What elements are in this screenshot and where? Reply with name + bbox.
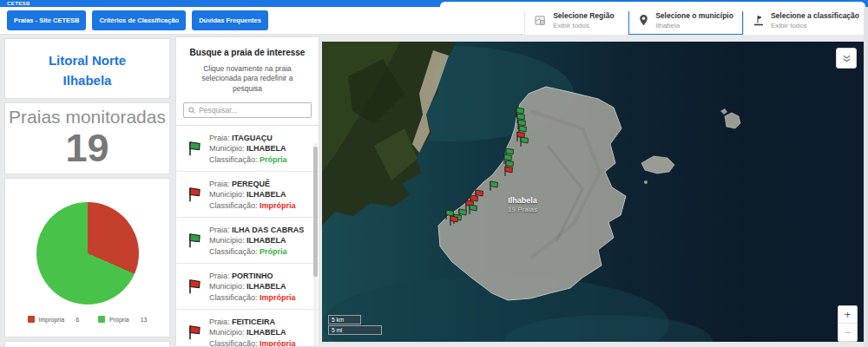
nav-button-1[interactable]: Critérios de Classificação — [92, 10, 186, 30]
filter-0-text: Selecione Região Exibir todos — [553, 11, 614, 29]
nav-button-0[interactable]: Praias - Site CETESB — [7, 10, 86, 30]
top-blue-bar: CETESB — [0, 0, 868, 7]
search-panel-title: Busque a praia de interesse — [176, 48, 319, 57]
legend-label: Própria — [109, 317, 129, 323]
map-pin-icon — [638, 14, 649, 27]
classification-icon — [753, 14, 765, 27]
zoom-out-button[interactable]: − — [838, 324, 857, 341]
map-canvas[interactable] — [322, 42, 864, 344]
beach-item-text: Praia: FEITICEIRA Municipio: ILHABELA Cl… — [209, 317, 296, 347]
filter-1-text: Selecione o município Ilhabela — [655, 11, 733, 29]
monitored-card: Praias monitoradas 19 — [4, 102, 170, 174]
filter-1-title: Selecione o município — [655, 11, 733, 20]
map-scale: 5 km 5 mi — [328, 314, 382, 335]
legend-swatch — [98, 316, 105, 323]
global-search-bar[interactable] — [440, 2, 865, 11]
search-panel-subtitle: Clique novamente na praia selecionada pa… — [187, 64, 308, 94]
beach-search-panel: Busque a praia de interesse Clique novam… — [175, 36, 319, 347]
beach-classification: Classificação: Própria — [209, 154, 287, 166]
islet — [644, 180, 648, 184]
beach-list-item-4[interactable]: Praia: FEITICEIRA Municipio: ILHABELA Cl… — [176, 310, 319, 347]
filter-0-title: Selecione Região — [553, 11, 614, 20]
classification-pie-card: Imprópria 6 Própria 13 — [4, 178, 170, 337]
search-icon — [188, 107, 195, 115]
beach-item-text: Praia: ITAGUAÇU Municipio: ILHABELA Clas… — [209, 133, 287, 166]
legend-count: 13 — [141, 317, 148, 323]
zoom-in-button[interactable]: + — [838, 306, 857, 324]
classification-pie-chart — [36, 202, 139, 304]
beach-name: Praia: ILHA DAS CABRAS — [209, 225, 304, 236]
beach-status-flag-icon — [187, 278, 202, 295]
beach-list-item-2[interactable]: Praia: ILHA DAS CABRAS Municipio: ILHABE… — [176, 218, 319, 264]
beach-classification: Classificação: Própria — [209, 246, 304, 258]
satellite-map[interactable]: Ilhabela 19 Praias + − 5 km 5 mi — [322, 42, 864, 344]
filter-2-value: Exibir todos — [771, 22, 859, 29]
filter-2-text: Selecione a classificação Exibir todos — [771, 11, 859, 29]
monitored-label: Praias monitoradas — [5, 107, 169, 128]
beach-item-text: Praia: PORTINHO Municipio: ILHABELA Clas… — [209, 271, 296, 304]
beach-classification: Classificação: Imprópria — [209, 338, 296, 347]
beach-item-text: Praia: PEREQUÊ Municipio: ILHABELA Class… — [209, 179, 296, 212]
map-collapse-button[interactable] — [836, 48, 857, 69]
summary-sidebar: Litoral Norte Ilhabela Praias monitorada… — [0, 35, 174, 347]
legend-label: Imprópria — [39, 317, 65, 323]
beach-classification: Classificação: Imprópria — [209, 292, 296, 304]
pie-legend: Imprópria 6 Própria 13 — [5, 316, 169, 323]
region-name: Litoral Norte — [5, 53, 169, 68]
nav-buttons: Praias - Site CETESBCritérios de Classif… — [7, 10, 268, 30]
beach-municipality: Municipio: ILHABELA — [209, 189, 296, 200]
next-update-card: Próxima Atualização: 30/04/2026 — [4, 341, 170, 347]
beach-municipality: Municipio: ILHABELA — [209, 235, 304, 246]
beach-name: Praia: ITAGUAÇU — [209, 133, 287, 144]
municipality-name: Ilhabela — [5, 73, 169, 88]
beach-list: Praia: ITAGUAÇU Municipio: ILHABELA Clas… — [176, 125, 319, 347]
map-zoom-control: + − — [838, 305, 858, 342]
beach-municipality: Municipio: ILHABELA — [209, 281, 296, 292]
filter-2-title: Selecione a classificação — [771, 11, 859, 20]
nav-button-2[interactable]: Dúvidas Frequentes — [192, 10, 268, 30]
beach-name: Praia: FEITICEIRA — [209, 317, 296, 328]
beach-item-text: Praia: ILHA DAS CABRAS Municipio: ILHABE… — [209, 225, 304, 258]
brand-logo: CETESB — [7, 1, 30, 6]
legend-swatch — [28, 316, 35, 323]
main-area: Litoral Norte Ilhabela Praias monitorada… — [0, 35, 868, 347]
filter-1-value: Ilhabela — [655, 22, 733, 29]
beach-municipality: Municipio: ILHABELA — [209, 143, 287, 154]
filter-0-value: Exibir todos — [553, 22, 614, 29]
legend-item-0: Imprópria 6 — [28, 316, 79, 323]
beach-list-item-0[interactable]: Praia: ITAGUAÇU Municipio: ILHABELA Clas… — [176, 126, 319, 172]
legend-count: 6 — [76, 317, 79, 323]
beach-list-item-3[interactable]: Praia: PORTINHO Municipio: ILHABELA Clas… — [176, 264, 319, 310]
scale-km: 5 km — [328, 315, 361, 324]
legend-item-1: Própria 13 — [98, 316, 147, 323]
list-scrollbar[interactable] — [313, 143, 318, 346]
beach-status-flag-icon — [187, 324, 202, 341]
double-chevron-down-icon — [842, 54, 852, 63]
beach-list-item-1[interactable]: Praia: PEREQUÊ Municipio: ILHABELA Class… — [176, 172, 319, 218]
map-attribution-bar — [322, 342, 864, 344]
monitored-count: 19 — [5, 128, 169, 168]
beach-name: Praia: PORTINHO — [209, 271, 296, 282]
beach-search-box[interactable] — [183, 102, 312, 118]
list-scrollbar-thumb[interactable] — [313, 147, 318, 277]
beach-search-input[interactable] — [199, 106, 306, 115]
beach-status-flag-icon — [187, 140, 202, 157]
beach-status-flag-icon — [187, 186, 202, 203]
beach-municipality: Municipio: ILHABELA — [209, 327, 296, 338]
region-map-icon — [534, 14, 547, 27]
page-scrollbar[interactable] — [864, 7, 868, 347]
scale-mi: 5 mi — [328, 325, 382, 335]
beach-name: Praia: PEREQUÊ — [209, 179, 296, 190]
beach-status-flag-icon — [187, 232, 202, 249]
beach-classification: Classificação: Imprópria — [209, 200, 296, 212]
region-card: Litoral Norte Ilhabela — [4, 38, 170, 99]
